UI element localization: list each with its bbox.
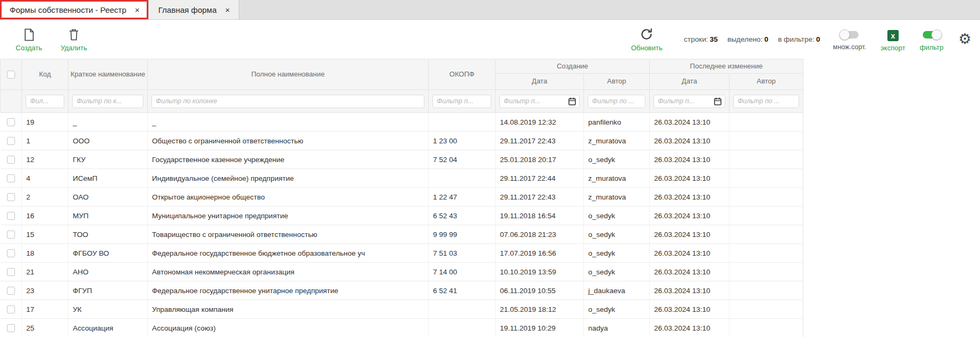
row-checkbox[interactable] xyxy=(7,268,15,276)
table-row[interactable]: 2 ОАО Открытое акционерное общество 1 22… xyxy=(1,188,803,206)
filter-input-changed-date[interactable] xyxy=(654,95,714,108)
filtered-count-label: в фильтре: xyxy=(778,35,814,43)
select-all-checkbox[interactable] xyxy=(7,71,15,79)
cell-full-name: Муниципальное унитарное предприятие xyxy=(148,206,429,225)
column-header-changed-date[interactable]: Дата xyxy=(650,74,730,90)
cell-full-name: _ xyxy=(148,113,429,132)
cell-changed-author xyxy=(730,132,803,150)
row-checkbox[interactable] xyxy=(7,249,15,257)
cell-created-date: 21.05.2019 18:12 xyxy=(496,300,584,319)
cell-full-name: Управляющая компания xyxy=(148,300,429,319)
cell-okopf xyxy=(429,319,496,337)
row-checkbox[interactable] xyxy=(7,212,15,220)
row-checkbox[interactable] xyxy=(7,118,15,126)
cell-short-name: ИСемП xyxy=(69,169,148,188)
table-row[interactable]: 19 _ _ 14.08.2019 12:32 panfilenko 26.03… xyxy=(1,113,803,132)
cell-okopf xyxy=(429,300,496,319)
table-row[interactable]: 25 Ассоциация Ассоциация (союз) 19.11.20… xyxy=(1,319,803,337)
calendar-icon[interactable] xyxy=(568,97,576,105)
table-row[interactable]: 18 ФГБОУ ВО Федеральное государственное … xyxy=(1,244,803,263)
multisort-toggle[interactable]: множ.сорт. xyxy=(833,28,866,51)
row-checkbox-cell xyxy=(1,113,22,132)
cell-full-name: Открытое акционерное общество xyxy=(148,188,429,206)
row-checkbox[interactable] xyxy=(7,174,15,182)
cell-okopf xyxy=(429,113,496,132)
filter-switch[interactable] xyxy=(923,31,941,39)
cell-created-author: o_sedyk xyxy=(584,263,650,281)
tab-main-form[interactable]: Главная форма × xyxy=(149,0,239,19)
cell-changed-author xyxy=(730,188,803,206)
column-header-okopf[interactable]: ОКОПФ xyxy=(429,59,496,90)
tab-bar: Формы собственности - Реестр × Главная ф… xyxy=(0,0,980,20)
filter-input-changed-author[interactable] xyxy=(733,95,799,108)
filter-input-created-author[interactable] xyxy=(588,95,645,108)
filter-input-okopf[interactable] xyxy=(432,95,491,108)
column-header-short-name[interactable]: Краткое наименование xyxy=(69,59,148,90)
cell-short-name: АНО xyxy=(69,263,148,281)
filter-label: фильтр xyxy=(920,43,943,51)
delete-button[interactable]: Удалить xyxy=(60,27,88,52)
close-icon[interactable]: × xyxy=(225,6,230,14)
cell-changed-author xyxy=(730,319,803,337)
cell-changed-author xyxy=(730,263,803,281)
row-checkbox-cell xyxy=(1,263,22,281)
trash-icon xyxy=(69,27,79,41)
cell-changed-date: 26.03.2024 13:10 xyxy=(650,150,730,169)
cell-code: 25 xyxy=(22,319,69,337)
row-checkbox-cell xyxy=(1,225,22,244)
filter-input-full-name[interactable] xyxy=(151,95,424,108)
row-checkbox-cell xyxy=(1,319,22,337)
table-header: Код Краткое наименование Полное наименов… xyxy=(1,59,803,113)
table-row[interactable]: 21 АНО Автономная некоммерческая организ… xyxy=(1,263,803,281)
table-row[interactable]: 15 ТОО Товарищество с ограниченной ответ… xyxy=(1,225,803,244)
cell-created-author: z_muratova xyxy=(584,132,650,150)
cell-short-name: МУП xyxy=(69,206,148,225)
filter-input-created-date[interactable] xyxy=(500,95,568,108)
column-group-last-change: Последнее изменение xyxy=(650,59,803,74)
row-checkbox[interactable] xyxy=(7,156,15,164)
cell-created-author: nadya xyxy=(584,319,650,337)
column-header-changed-author[interactable]: Автор xyxy=(730,74,803,90)
tab-label: Главная форма xyxy=(158,5,217,14)
filter-row xyxy=(1,90,803,113)
close-icon[interactable]: × xyxy=(135,6,140,14)
cell-created-date: 14.08.2019 12:32 xyxy=(496,113,584,132)
column-header-created-author[interactable]: Автор xyxy=(584,74,650,90)
create-button[interactable]: Создать xyxy=(15,27,43,52)
tab-forms-of-ownership-registry[interactable]: Формы собственности - Реестр × xyxy=(0,0,149,19)
table-row[interactable]: 1 ООО Общество с ограниченной ответствен… xyxy=(1,132,803,150)
table-row[interactable]: 4 ИСемП Индивидуальное (семейное) предпр… xyxy=(1,169,803,188)
table-row[interactable]: 23 ФГУП Федеральное государственное унит… xyxy=(1,281,803,300)
refresh-button[interactable]: Обновить xyxy=(631,27,663,52)
filter-input-code[interactable] xyxy=(26,95,64,108)
cell-created-date: 10.10.2019 13:59 xyxy=(496,263,584,281)
export-button[interactable]: x экспорт xyxy=(879,27,907,52)
column-header-full-name[interactable]: Полное наименование xyxy=(148,59,429,90)
cell-changed-author xyxy=(730,150,803,169)
row-checkbox[interactable] xyxy=(7,305,15,313)
filter-toggle[interactable]: фильтр xyxy=(920,28,943,51)
cell-okopf: 9 99 99 xyxy=(429,225,496,244)
column-header-code[interactable]: Код xyxy=(22,59,69,90)
row-checkbox[interactable] xyxy=(7,193,15,201)
column-header-created-date[interactable]: Дата xyxy=(496,74,584,90)
table-row[interactable]: 17 УК Управляющая компания 21.05.2019 18… xyxy=(1,300,803,319)
row-checkbox-cell xyxy=(1,169,22,188)
cell-created-date: 19.11.2019 10:29 xyxy=(496,319,584,337)
cell-created-date: 07.06.2018 21:23 xyxy=(496,225,584,244)
row-checkbox[interactable] xyxy=(7,231,15,239)
filter-input-short-name[interactable] xyxy=(72,95,143,108)
cell-created-date: 06.11.2019 10:55 xyxy=(496,281,584,300)
row-checkbox[interactable] xyxy=(7,287,15,295)
row-checkbox[interactable] xyxy=(7,324,15,332)
selected-count-label: выделено: xyxy=(727,35,763,43)
calendar-icon[interactable] xyxy=(714,97,721,105)
cell-okopf: 7 51 03 xyxy=(429,244,496,263)
table-row[interactable]: 16 МУП Муниципальное унитарное предприят… xyxy=(1,206,803,225)
row-checkbox[interactable] xyxy=(7,137,15,145)
row-checkbox-cell xyxy=(1,300,22,319)
cell-full-name: Федеральное государственное унитарное пр… xyxy=(148,281,429,300)
gear-icon[interactable]: ⚙ xyxy=(959,32,971,47)
table-row[interactable]: 12 ГКУ Государственное казенное учрежден… xyxy=(1,150,803,169)
multisort-switch[interactable] xyxy=(840,31,859,39)
